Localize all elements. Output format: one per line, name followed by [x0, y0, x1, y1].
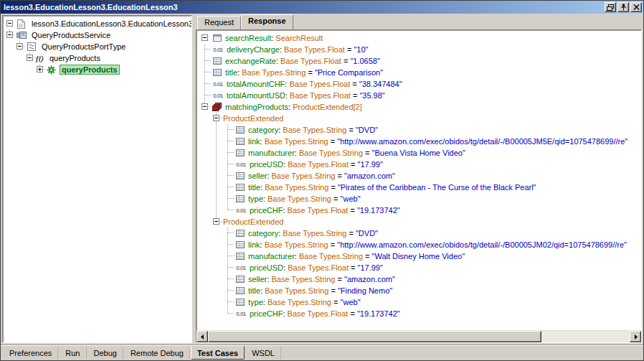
field-name: link [248, 240, 260, 249]
string-icon [234, 229, 246, 238]
collapse-toggle[interactable]: − [6, 20, 13, 27]
response-tree-row[interactable]: exchangeRate: Base Types.Float = "1.0658… [199, 55, 641, 67]
response-tree-row[interactable]: 0.01deliveryCharge: Base Types.Float = "… [199, 44, 641, 55]
tree-spacer [199, 182, 211, 193]
response-tree-row[interactable]: 0.01priceUSD: Base Types.Float = "17.99" [199, 159, 641, 170]
response-tree-row[interactable]: −ProductExtended [199, 113, 641, 124]
tree-spacer [211, 308, 222, 319]
field-text: priceUSD: Base Types.Float = "17.99" [250, 160, 383, 169]
collapse-toggle[interactable]: − [6, 32, 13, 38]
tree-spacer [199, 239, 211, 250]
response-tree-row[interactable]: 0.01priceCHF: Base Types.Float = "19.173… [199, 308, 641, 319]
expand-toggle[interactable]: + [37, 66, 43, 72]
tree-spacer [25, 64, 35, 75]
field-name: category [248, 229, 278, 238]
field-type: Base Types.String [299, 252, 363, 261]
tree-spacer [199, 262, 211, 273]
tree-connector: − [211, 113, 222, 124]
field-text: priceCHF: Base Types.Float = "19.173742" [250, 309, 400, 318]
tree-spacer [15, 64, 25, 75]
scroll-left-button[interactable] [196, 331, 208, 342]
response-tree-row[interactable]: type: Base Types.String = "web" [199, 193, 641, 205]
window-titlebar[interactable]: lesson3.EducationLesson3.EducationLesson… [1, 1, 643, 14]
response-tree-row[interactable]: manufacturer: Base Types.String = "Walt … [199, 250, 641, 262]
field-type: Base Types.Float [288, 309, 349, 318]
horizontal-scrollbar[interactable] [196, 330, 641, 342]
bottom-tab-remote-debug[interactable]: Remote Debug [124, 346, 190, 360]
tab-response[interactable]: Response [241, 14, 293, 29]
field-value: "http://www.amazon.com/exec/obidos/tg/de… [337, 240, 627, 249]
response-tree-row[interactable]: title: Base Types.String = "Price Compar… [199, 67, 641, 78]
scrollbar-thumb[interactable] [208, 331, 541, 342]
response-tree-row[interactable]: type: Base Types.String = "web" [199, 296, 641, 308]
response-tree-row[interactable]: seller: Base Types.String = "amazon.com" [199, 273, 641, 285]
field-type: Base Types.String [242, 68, 306, 77]
response-tree-row[interactable]: category: Base Types.String = "DVD" [199, 228, 641, 239]
tab-request[interactable]: Request [197, 16, 241, 29]
field-value: "Price Comparison" [315, 68, 383, 77]
explorer-tree-item[interactable]: −f()queryProducts [5, 52, 191, 64]
tree-connector: − [211, 216, 222, 228]
response-tree-row[interactable]: link: Base Types.String = "http://www.am… [199, 136, 641, 147]
collapse-toggle[interactable]: − [213, 218, 219, 225]
response-tree-row[interactable]: 0.01totalAmountCHF: Base Types.Float = "… [199, 78, 641, 90]
bottom-tab-wsdl[interactable]: WSDL [245, 346, 281, 360]
tree-connector: − [25, 52, 35, 64]
field-type: Base Types.Float [288, 206, 349, 215]
response-tree-row[interactable]: 0.01priceUSD: Base Types.Float = "17.99" [199, 262, 641, 273]
field-value: "Finding Nemo" [338, 286, 392, 295]
tree-guide [211, 159, 222, 170]
collapse-toggle[interactable]: − [27, 55, 33, 61]
explorer-tree-item[interactable]: −QueryProductsPortType [5, 41, 191, 52]
response-tree-row[interactable]: link: Base Types.String = "http://www.am… [199, 239, 641, 250]
float-icon: 0.01 [211, 47, 225, 53]
field-name: manufacturer [248, 149, 295, 157]
response-tree-row[interactable]: −matchingProducts: ProductExtended[2] [199, 101, 641, 113]
field-type: Base Types.String [271, 172, 335, 180]
response-tree-row[interactable]: seller: Base Types.String = "amazon.com" [199, 170, 641, 182]
field-text: title: Base Types.String = "Pirates of t… [248, 183, 536, 192]
field-text: ProductExtended [223, 114, 283, 123]
collapse-toggle[interactable]: − [16, 43, 23, 50]
response-tree-row[interactable]: 0.01priceCHF: Base Types.Float = "19.173… [199, 205, 641, 216]
field-type: Base Types.Float [280, 57, 341, 65]
tree-spacer [211, 250, 222, 262]
response-tree-row[interactable]: category: Base Types.String = "DVD" [199, 124, 641, 136]
tree-root-cell: − [5, 18, 15, 29]
field-name: deliveryCharge [227, 45, 280, 54]
restore-button[interactable] [605, 2, 616, 12]
field-text: category: Base Types.String = "DVD" [248, 126, 378, 134]
response-tree-row[interactable]: title: Base Types.String = "Pirates of t… [199, 182, 641, 193]
response-tree-row[interactable]: −ProductExtended [199, 216, 641, 228]
response-tree-row[interactable]: −searchResult: SearchResult [199, 32, 641, 44]
tree-item-label: QueryProductsService [29, 30, 113, 40]
tree-spacer [199, 250, 211, 262]
response-tree-row[interactable]: manufacturer: Base Types.String = "Buena… [199, 147, 641, 159]
float-icon: 0.01 [234, 265, 248, 271]
field-value: "web" [341, 298, 361, 306]
field-value: "web" [341, 194, 361, 203]
pin-button[interactable] [617, 2, 629, 12]
explorer-tree-item[interactable]: −lesson3.EducationLesson3.EducationLesso… [5, 18, 191, 29]
explorer-tree-item[interactable]: −QueryProductsService [5, 29, 191, 41]
collapse-toggle[interactable]: − [202, 103, 208, 110]
bottom-tab-preferences[interactable]: Preferences [3, 346, 58, 360]
collapse-toggle[interactable]: − [202, 34, 208, 41]
string-icon [211, 68, 223, 77]
bottom-tab-test-cases[interactable]: Test Cases [191, 346, 245, 360]
scrollbar-track[interactable] [208, 331, 630, 342]
bottom-tab-debug[interactable]: Debug [87, 346, 123, 360]
bottom-tab-run[interactable]: Run [59, 346, 86, 360]
close-button[interactable] [630, 2, 642, 12]
porttype-icon [25, 42, 37, 51]
response-tree-row[interactable]: 0.01totalAmountUSD: Base Types.Float = "… [199, 90, 641, 101]
tree-item-label: lesson3.EducationLesson3.EducationLesson… [29, 19, 192, 29]
field-text: title: Base Types.String = "Finding Nemo… [248, 286, 392, 295]
operation-icon [45, 65, 57, 75]
collapse-toggle[interactable]: − [213, 115, 219, 121]
tree-spacer [5, 41, 15, 52]
field-value: "http://www.amazon.com/exec/obidos/tg/de… [337, 137, 628, 146]
response-tree-row[interactable]: title: Base Types.String = "Finding Nemo… [199, 285, 641, 296]
scroll-right-button[interactable] [630, 331, 641, 342]
explorer-tree-item[interactable]: +queryProducts [5, 64, 191, 75]
